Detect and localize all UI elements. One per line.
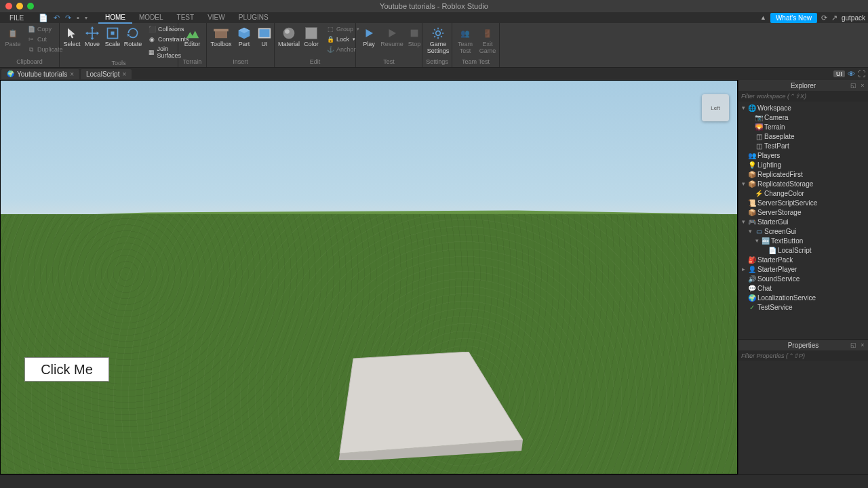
minimize-window-button[interactable] bbox=[16, 3, 23, 9]
tab-model[interactable]: MODEL bbox=[132, 12, 170, 24]
username-label[interactable]: gutpack bbox=[842, 14, 865, 22]
close-tab-icon[interactable]: × bbox=[122, 70, 126, 78]
titlebar: Youtube tutorials - Roblox Studio bbox=[0, 0, 868, 12]
tree-item-label: ScreenGui bbox=[764, 228, 796, 235]
gui-text-button[interactable]: Click Me bbox=[24, 357, 109, 382]
notification-chevron-icon[interactable]: ▲ bbox=[760, 14, 766, 21]
tree-item[interactable]: 📄LocalScript bbox=[738, 245, 868, 255]
tree-item-icon: 🔤 bbox=[762, 237, 770, 245]
tree-item[interactable]: ✓TestService bbox=[738, 302, 868, 312]
close-panel-icon[interactable]: × bbox=[859, 341, 867, 349]
copy-icon: 📄 bbox=[27, 25, 35, 33]
expand-icon[interactable]: ⛶ bbox=[858, 70, 865, 78]
toolbox-button[interactable]: Toolbox bbox=[210, 24, 233, 49]
qat-chevron-icon[interactable]: ▾ bbox=[85, 15, 87, 21]
tree-item[interactable]: ▾▭ScreenGui bbox=[738, 226, 868, 236]
viewport-3d[interactable]: Click Me Left bbox=[0, 80, 738, 474]
tree-item[interactable]: ▾🔤TextButton bbox=[738, 236, 868, 245]
tree-item[interactable]: 💡Lighting bbox=[738, 160, 868, 169]
tree-twisty-icon[interactable]: ▾ bbox=[747, 228, 753, 235]
tree-item[interactable]: ▾🌐Workspace bbox=[738, 103, 868, 113]
tree-item[interactable]: ▸👤StarterPlayer bbox=[738, 264, 868, 274]
new-icon[interactable]: 📄 bbox=[39, 14, 48, 22]
scale-button[interactable]: Scale bbox=[103, 24, 122, 49]
tree-item[interactable]: 🔊SoundService bbox=[738, 274, 868, 283]
undo-icon[interactable]: ↶ bbox=[54, 14, 60, 22]
properties-filter-row bbox=[738, 350, 868, 361]
close-tab-icon[interactable]: × bbox=[70, 70, 74, 78]
maximize-window-button[interactable] bbox=[27, 3, 34, 9]
right-panel: Explorer ◱ × ▾🌐Workspace📷Camera🌄Terrain◫… bbox=[738, 80, 868, 474]
svg-rect-4 bbox=[259, 28, 271, 37]
color-button[interactable]: Color bbox=[302, 24, 321, 49]
redo-icon[interactable]: ↷ bbox=[65, 14, 71, 22]
part-button[interactable]: Part bbox=[234, 24, 254, 49]
tree-item[interactable]: 🎒StarterPack bbox=[738, 255, 868, 264]
tree-item[interactable]: 📦ReplicatedFirst bbox=[738, 169, 868, 179]
tab-view[interactable]: VIEW bbox=[201, 12, 232, 24]
tree-item[interactable]: ▾🎮StarterGui bbox=[738, 217, 868, 226]
terrain-editor-button[interactable]: Editor bbox=[181, 24, 203, 49]
select-button[interactable]: Select bbox=[62, 24, 81, 49]
tree-twisty-icon[interactable]: ▾ bbox=[740, 218, 747, 225]
tree-item[interactable]: ◫TestPart bbox=[738, 141, 868, 150]
undock-icon[interactable]: ◱ bbox=[849, 81, 857, 89]
view-cube[interactable]: Left bbox=[702, 94, 729, 121]
close-window-button[interactable] bbox=[5, 3, 12, 9]
svg-point-8 bbox=[436, 31, 441, 36]
material-button[interactable]: Material bbox=[277, 24, 300, 49]
whats-new-button[interactable]: What's New bbox=[770, 13, 817, 23]
cut-icon: ✂ bbox=[27, 35, 35, 43]
tab-plugins[interactable]: PLUGINS bbox=[232, 12, 275, 24]
ui-button[interactable]: UI bbox=[256, 24, 273, 49]
tree-item[interactable]: 📜ServerScriptService bbox=[738, 198, 868, 207]
visibility-icon[interactable]: 👁 bbox=[848, 70, 855, 78]
game-settings-button[interactable]: Game Settings bbox=[425, 24, 451, 56]
tree-item[interactable]: 🌍LocalizationService bbox=[738, 293, 868, 302]
tree-item-icon: 👥 bbox=[748, 151, 756, 159]
tree-item-icon: 🌍 bbox=[748, 293, 756, 302]
svg-point-6 bbox=[285, 29, 290, 34]
tree-item-label: LocalScript bbox=[778, 247, 811, 254]
tab-home[interactable]: HOME bbox=[98, 12, 132, 24]
document-tabs: 🌍 Youtube tutorials × LocalScript × UI 👁… bbox=[0, 68, 868, 80]
move-button[interactable]: Move bbox=[83, 24, 102, 49]
explorer-tree[interactable]: ▾🌐Workspace📷Camera🌄Terrain◫Baseplate◫Tes… bbox=[738, 102, 868, 339]
doc-tab-workspace[interactable]: 🌍 Youtube tutorials × bbox=[1, 69, 79, 79]
explorer-filter-input[interactable] bbox=[741, 93, 865, 100]
sync-icon[interactable]: ⟳ bbox=[821, 14, 827, 22]
tree-item[interactable]: ◫Baseplate bbox=[738, 131, 868, 141]
properties-panel: Properties ◱ × bbox=[738, 339, 868, 474]
tree-item[interactable]: 📦ServerStorage bbox=[738, 207, 868, 217]
tree-item[interactable]: 👥Players bbox=[738, 150, 868, 160]
tree-twisty-icon[interactable]: ▾ bbox=[740, 180, 747, 187]
ui-toggle-button[interactable]: UI bbox=[833, 70, 845, 77]
close-panel-icon[interactable]: × bbox=[859, 81, 867, 89]
svg-rect-1 bbox=[111, 32, 115, 35]
file-menu[interactable]: FILE bbox=[3, 14, 31, 22]
play-button[interactable]: Play bbox=[359, 24, 379, 49]
tree-twisty-icon[interactable]: ▸ bbox=[740, 266, 747, 272]
tree-twisty-icon[interactable]: ▾ bbox=[753, 237, 760, 244]
tree-item[interactable]: 📷Camera bbox=[738, 113, 868, 122]
tree-item[interactable]: ⚡ChangeColor bbox=[738, 188, 868, 198]
ui-icon bbox=[257, 26, 272, 41]
undock-icon[interactable]: ◱ bbox=[849, 341, 857, 349]
tree-item-label: ServerScriptService bbox=[757, 199, 817, 207]
doc-tab-script[interactable]: LocalScript × bbox=[81, 69, 132, 79]
rotate-icon bbox=[125, 26, 140, 41]
tree-item-icon: ⚡ bbox=[755, 189, 763, 197]
save-icon[interactable]: ▪ bbox=[77, 14, 79, 22]
tree-item[interactable]: ▾📦ReplicatedStorage bbox=[738, 179, 868, 188]
properties-filter-input[interactable] bbox=[741, 352, 865, 359]
tree-item[interactable]: 🌄Terrain bbox=[738, 122, 868, 131]
chevron-down-icon: ▾ bbox=[353, 37, 355, 42]
tree-twisty-icon[interactable]: ▾ bbox=[740, 104, 747, 111]
svg-point-5 bbox=[283, 28, 295, 39]
group-icon: ⬚ bbox=[326, 25, 334, 33]
collisions-icon: ⬛ bbox=[148, 25, 156, 33]
rotate-button[interactable]: Rotate bbox=[123, 24, 142, 49]
share-icon[interactable]: ↗ bbox=[831, 14, 837, 22]
tree-item[interactable]: 💬Chat bbox=[738, 283, 868, 293]
tab-test[interactable]: TEST bbox=[170, 12, 201, 24]
